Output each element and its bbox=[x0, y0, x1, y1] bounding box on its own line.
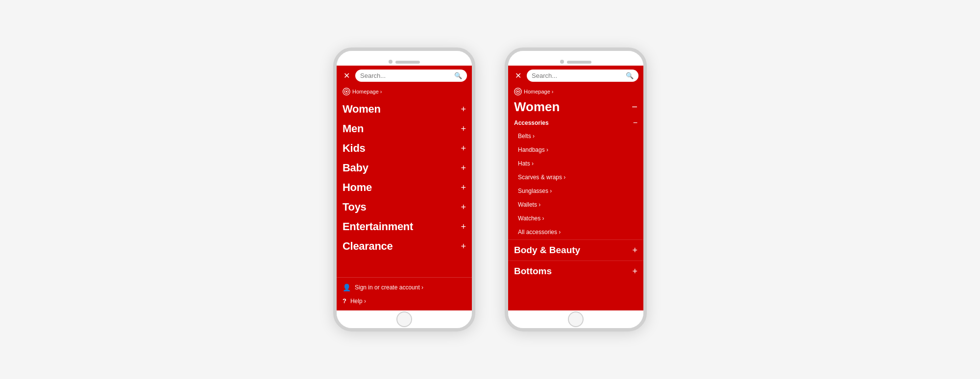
sign-in-item[interactable]: 👤 Sign in or create account › bbox=[337, 281, 472, 294]
search-bar-1: ✕ 🔍 bbox=[337, 66, 472, 86]
search-bar-2: ✕ 🔍 bbox=[508, 66, 643, 86]
nav-label-entertainment: Entertainment bbox=[343, 220, 413, 233]
nav-label-home: Home bbox=[343, 181, 372, 194]
body-beauty-icon: + bbox=[632, 245, 637, 256]
nav-bottom-1: 👤 Sign in or create account › ? Help › bbox=[337, 277, 472, 310]
accessories-icon: − bbox=[633, 118, 637, 127]
sub-item-all-accessories-text: All accessories › bbox=[518, 229, 561, 236]
bottoms-label: Bottoms bbox=[514, 266, 552, 277]
accessories-header[interactable]: Accessories − bbox=[508, 116, 643, 129]
search-input-wrap-1: 🔍 bbox=[355, 70, 467, 82]
nav-item-women[interactable]: Women + bbox=[337, 99, 472, 119]
divider-2 bbox=[508, 261, 643, 261]
sub-item-belts-text: Belts › bbox=[518, 133, 535, 140]
bottoms-icon: + bbox=[632, 266, 637, 277]
target-logo-1 bbox=[343, 88, 350, 95]
sign-in-text: Sign in or create account › bbox=[355, 284, 423, 291]
svg-point-2 bbox=[345, 91, 347, 92]
nav-item-entertainment[interactable]: Entertainment + bbox=[337, 217, 472, 237]
help-text: Help › bbox=[350, 298, 366, 305]
search-input-2[interactable] bbox=[532, 72, 623, 79]
help-item[interactable]: ? Help › bbox=[337, 294, 472, 308]
sub-item-wallets[interactable]: Wallets › bbox=[508, 197, 643, 211]
nav-icon-kids: + bbox=[461, 143, 466, 154]
phone-2-screen: ✕ 🔍 Homepage › Women − bbox=[508, 66, 643, 310]
nav-label-toys: Toys bbox=[343, 201, 367, 213]
svg-point-5 bbox=[517, 91, 518, 92]
sub-item-wallets-text: Wallets › bbox=[518, 201, 540, 208]
nav-label-kids: Kids bbox=[343, 142, 365, 155]
breadcrumb-text-2: Homepage › bbox=[524, 89, 554, 95]
sub-item-handbags[interactable]: Handbags › bbox=[508, 142, 643, 156]
nav-label-baby: Baby bbox=[343, 162, 368, 174]
women-title: Women bbox=[514, 99, 560, 115]
phone-1-top bbox=[337, 51, 472, 66]
speaker bbox=[395, 61, 420, 64]
user-icon: 👤 bbox=[343, 284, 351, 291]
sub-item-watches[interactable]: Watches › bbox=[508, 211, 643, 225]
accessories-label: Accessories bbox=[514, 119, 549, 126]
phone-2: ✕ 🔍 Homepage › Women − bbox=[505, 47, 647, 332]
nav-icon-entertainment: + bbox=[461, 222, 466, 232]
sub-item-all-accessories[interactable]: All accessories › bbox=[508, 225, 643, 238]
nav-icon-home: + bbox=[461, 183, 466, 193]
body-beauty-item[interactable]: Body & Beauty + bbox=[508, 241, 643, 260]
breadcrumb-text-1: Homepage › bbox=[352, 89, 382, 95]
phone-1: ✕ 🔍 Homepage › Women + bbox=[333, 47, 475, 332]
nav-item-clearance[interactable]: Clearance + bbox=[337, 237, 472, 256]
sub-item-belts[interactable]: Belts › bbox=[508, 129, 643, 142]
home-button-1[interactable] bbox=[396, 311, 412, 327]
search-icon-2: 🔍 bbox=[626, 72, 634, 79]
sub-item-hats[interactable]: Hats › bbox=[508, 156, 643, 170]
nav-item-baby[interactable]: Baby + bbox=[337, 158, 472, 178]
search-input-wrap-2: 🔍 bbox=[527, 70, 638, 82]
nav-item-toys[interactable]: Toys + bbox=[337, 197, 472, 217]
nav-icon-clearance: + bbox=[461, 241, 466, 252]
search-icon-1: 🔍 bbox=[454, 72, 462, 79]
phone-2-top bbox=[508, 51, 643, 66]
speaker-2 bbox=[567, 61, 591, 64]
nav-label-men: Men bbox=[343, 122, 364, 135]
camera-dot bbox=[389, 60, 392, 64]
nav-icon-women: + bbox=[461, 104, 466, 115]
camera-dot-2 bbox=[560, 60, 564, 64]
breadcrumb-1[interactable]: Homepage › bbox=[337, 86, 472, 97]
nav-item-home[interactable]: Home + bbox=[337, 178, 472, 197]
help-icon: ? bbox=[343, 297, 346, 305]
sub-item-handbags-text: Handbags › bbox=[518, 146, 548, 153]
nav-item-kids[interactable]: Kids + bbox=[337, 139, 472, 158]
women-collapse-icon[interactable]: − bbox=[632, 101, 637, 113]
nav-icon-baby: + bbox=[461, 163, 466, 173]
home-button-2[interactable] bbox=[568, 311, 584, 327]
sub-item-sunglasses-text: Sunglasses › bbox=[518, 188, 552, 194]
nav-item-men[interactable]: Men + bbox=[337, 119, 472, 139]
sub-item-watches-text: Watches › bbox=[518, 215, 544, 222]
close-button-1[interactable]: ✕ bbox=[342, 71, 351, 80]
nav-icon-men: + bbox=[461, 124, 466, 134]
nav-label-clearance: Clearance bbox=[343, 240, 392, 253]
close-button-2[interactable]: ✕ bbox=[513, 71, 523, 80]
target-logo-2 bbox=[514, 88, 522, 95]
search-input-1[interactable] bbox=[360, 72, 451, 79]
breadcrumb-2[interactable]: Homepage › bbox=[508, 86, 643, 97]
sub-item-scarves[interactable]: Scarves & wraps › bbox=[508, 170, 643, 184]
divider-1 bbox=[508, 239, 643, 240]
bottoms-item[interactable]: Bottoms + bbox=[508, 262, 643, 281]
nav-menu-1: Women + Men + Kids + Baby + Home + bbox=[337, 97, 472, 277]
sub-item-scarves-text: Scarves & wraps › bbox=[518, 174, 565, 181]
sub-item-hats-text: Hats › bbox=[518, 160, 534, 167]
body-beauty-label: Body & Beauty bbox=[514, 245, 580, 256]
nav-label-women: Women bbox=[343, 103, 381, 116]
phone-1-bottom bbox=[337, 310, 472, 328]
scene: ✕ 🔍 Homepage › Women + bbox=[333, 47, 647, 332]
phone-2-bottom bbox=[508, 310, 643, 328]
nav-icon-toys: + bbox=[461, 202, 466, 213]
sub-item-sunglasses[interactable]: Sunglasses › bbox=[508, 184, 643, 197]
phone-1-screen: ✕ 🔍 Homepage › Women + bbox=[337, 66, 472, 310]
